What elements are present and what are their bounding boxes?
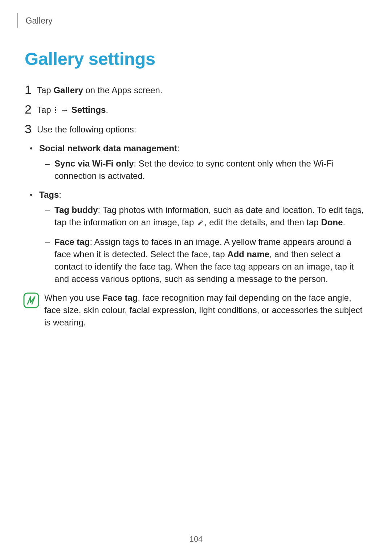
page-number: 104 [0, 534, 392, 544]
text: . [343, 217, 345, 227]
options-list: Social network data management: Sync via… [30, 142, 367, 285]
more-options-icon [55, 106, 56, 114]
feature-name: Face tag [102, 293, 138, 303]
sub-option-tag-buddy: Tag buddy: Tag photos with information, … [45, 204, 367, 229]
option-tags: Tags: Tag buddy: Tag photos with informa… [30, 189, 367, 285]
step-3: 3 Use the following options: [25, 123, 367, 136]
app-name: Gallery [53, 85, 83, 95]
running-head: Gallery [17, 13, 367, 28]
text: on the Apps screen. [83, 85, 163, 95]
note-text: When you use Face tag, face recognition … [44, 292, 367, 329]
steps-list: 1 Tap Gallery on the Apps screen. 2 Tap … [25, 83, 367, 136]
colon: : [177, 143, 180, 153]
text: Tap [37, 105, 53, 115]
text: . [106, 105, 108, 115]
step-2: 2 Tap → Settings. [25, 103, 367, 116]
step-number: 3 [25, 123, 37, 135]
pencil-icon [197, 217, 204, 229]
sub-option-label: Sync via Wi-Fi only [54, 159, 134, 168]
add-name-label: Add name [227, 249, 269, 259]
sub-option-label: Face tag [54, 237, 90, 247]
text: When you use [44, 293, 102, 303]
page: Gallery Gallery settings 1 Tap Gallery o… [0, 0, 392, 554]
svg-rect-0 [24, 293, 38, 308]
step-body: Tap Gallery on the Apps screen. [37, 83, 163, 97]
option-social-network: Social network data management: Sync via… [30, 142, 367, 182]
step-number: 2 [25, 103, 37, 115]
sub-option-face-tag: Face tag: Assign tags to faces in an ima… [45, 236, 367, 285]
running-head-divider [17, 13, 18, 28]
option-label: Social network data management [39, 143, 177, 153]
text: , edit the details, and then tap [204, 217, 321, 227]
page-title: Gallery settings [25, 49, 367, 69]
done-label: Done [321, 217, 343, 227]
menu-item: Settings [72, 105, 106, 115]
arrow: → [58, 105, 71, 115]
step-number: 1 [25, 83, 37, 96]
option-label: Tags [39, 190, 59, 200]
running-head-text: Gallery [25, 16, 52, 26]
sub-option-label: Tag buddy [54, 205, 98, 215]
step-body: Use the following options: [37, 123, 136, 136]
note-box: When you use Face tag, face recognition … [23, 292, 367, 329]
text: Tap [37, 85, 53, 95]
sub-option-sync-wifi: Sync via Wi-Fi only: Set the device to s… [45, 157, 367, 182]
colon: : [59, 190, 61, 200]
step-1: 1 Tap Gallery on the Apps screen. [25, 83, 367, 97]
sub-options: Sync via Wi-Fi only: Set the device to s… [45, 157, 367, 182]
step-body: Tap → Settings. [37, 103, 108, 116]
sub-options: Tag buddy: Tag photos with information, … [45, 204, 367, 285]
note-icon [23, 292, 39, 308]
